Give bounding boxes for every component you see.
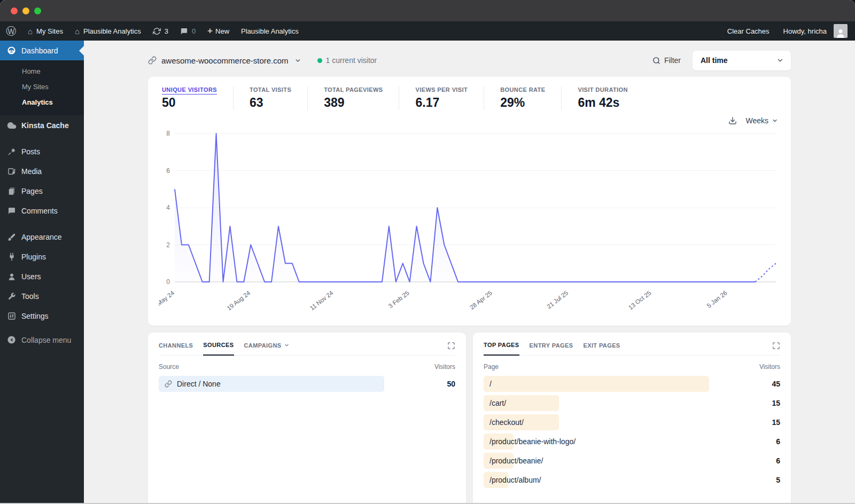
svg-text:11 Nov 24: 11 Nov 24 [309,289,335,312]
download-icon[interactable] [728,116,737,125]
dashboard-submenu: Home My Sites Analytics [0,60,84,115]
tab-sources[interactable]: Sources [203,342,234,356]
zoom-window-button[interactable] [34,7,41,14]
online-dot-icon [317,58,322,63]
chevron-down-icon [776,57,784,64]
sidebar-item-pages[interactable]: Pages [0,181,84,201]
current-visitors[interactable]: 1 current visitor [317,56,377,65]
page-row[interactable]: /product/album/ 5 [484,472,780,488]
tab-exit-pages[interactable]: Exit pages [583,342,620,355]
sidebar-item-posts[interactable]: Posts [0,141,84,161]
chevron-down-icon [772,117,778,124]
visitors-col-header: Visitors [759,363,780,371]
minimize-window-button[interactable] [22,7,29,14]
sidebar-item-appearance[interactable]: Appearance [0,227,84,247]
plug-icon [6,251,17,262]
expand-icon[interactable] [447,342,455,355]
svg-text:19 Aug 24: 19 Aug 24 [226,289,252,312]
media-icon [6,166,17,176]
sidebar-item-users[interactable]: Users [0,266,84,286]
new-content-menu[interactable]: + New [201,21,235,41]
sidebar-item-kinsta-cache[interactable]: Kinsta Cache [0,115,84,135]
pushpin-icon [6,146,17,156]
chevron-down-icon [284,342,290,348]
dashboard-gauge-icon [6,45,17,56]
collapse-menu-button[interactable]: Collapse menu [0,330,84,350]
updates-icon [153,27,161,35]
page-row[interactable]: /product/beanie-with-logo/ 6 [484,434,780,450]
sidebar-item-analytics[interactable]: Analytics [0,94,84,110]
home-icon: ⌂ [75,27,80,35]
filter-button[interactable]: Filter [652,56,681,65]
user-icon [6,271,17,281]
sidebar-item-media[interactable]: Media [0,161,84,181]
stat-unique-visitors[interactable]: Unique visitors 50 [159,86,233,110]
tab-entry-pages[interactable]: Entry pages [530,342,573,355]
expand-icon[interactable] [772,342,780,355]
comments-bubble-icon [180,27,188,35]
sidebar-item-tools[interactable]: Tools [0,286,84,306]
sidebar-item-settings[interactable]: Settings [0,306,84,326]
page-row[interactable]: /cart/ 15 [484,395,780,411]
sidebar-item-comments[interactable]: Comments [0,201,84,220]
page-row[interactable]: / 45 [484,376,780,392]
analytics-toolbar: awesome-woocommerce-store.com 1 current … [148,41,791,77]
collapse-arrow-icon [6,335,17,345]
svg-text:8: 8 [166,130,170,137]
svg-text:21 Jul 25: 21 Jul 25 [546,289,569,310]
svg-text:6: 6 [166,167,170,175]
comments-menu[interactable]: 0 [174,21,201,41]
sidebar-item-my-sites[interactable]: My Sites [0,79,84,94]
sliders-icon [6,311,17,321]
wrench-icon [6,291,17,301]
svg-text:4: 4 [166,204,170,211]
site-home-menu[interactable]: ⌂ Plausible Analytics [69,21,147,41]
tab-channels[interactable]: Channels [159,342,193,355]
comment-icon [6,206,17,216]
pages-panel: Top pages Entry pages Exit pages Page Vi… [473,333,791,504]
close-window-button[interactable] [11,7,18,14]
tab-top-pages[interactable]: Top pages [484,342,519,356]
app-window: Ⓦ ⌂ My Sites ⌂ Plausible Analytics 3 0 +… [0,0,855,504]
account-menu[interactable]: Howdy, hricha [778,21,848,41]
top-stats: Unique visitors 50 Total visits 63 Total… [159,84,780,115]
svg-text:28 Apr 25: 28 Apr 25 [469,289,493,311]
stat-total-pageviews[interactable]: Total pageviews 389 [307,86,399,110]
link-icon [165,380,172,388]
wp-logo-menu[interactable]: Ⓦ [0,21,22,41]
wordpress-logo-icon: Ⓦ [6,26,16,36]
site-domain: awesome-woocommerce-store.com [161,56,289,65]
stat-total-visits[interactable]: Total visits 63 [233,86,307,110]
svg-text:0: 0 [166,278,170,286]
analytics-content: awesome-woocommerce-store.com 1 current … [84,41,855,504]
plus-icon: + [207,26,213,36]
visitors-line-chart[interactable]: 0246831 May 2419 Aug 2411 Nov 243 Feb 25… [159,125,780,320]
stat-views-per-visit[interactable]: Views per visit 6.17 [399,86,484,110]
sidebar-item-home[interactable]: Home [0,64,84,79]
stat-bounce-rate[interactable]: Bounce rate 29% [484,86,561,110]
site-switcher[interactable]: awesome-woocommerce-store.com [148,56,301,65]
search-icon [652,57,660,65]
page-row[interactable]: /checkout/ 15 [484,414,780,430]
interval-select[interactable]: Weeks [745,116,778,125]
clear-caches-button[interactable]: Clear Caches [721,21,775,41]
date-range-select[interactable]: All time [693,51,791,70]
plausible-analytics-shortcut[interactable]: Plausible Analytics [235,21,305,41]
page-row[interactable]: /product/beanie/ 6 [484,453,780,469]
sources-col-header: Source [159,363,179,371]
stat-visit-duration[interactable]: Visit duration 6m 42s [561,86,643,110]
tab-campaigns[interactable]: Campaigns [244,342,290,355]
brush-icon [6,232,17,242]
chevron-down-icon [294,57,301,64]
source-row[interactable]: Direct / None 50 [159,376,455,392]
svg-text:5 Jan 26: 5 Jan 26 [706,289,728,309]
sources-panel: Channels Sources Campaigns [148,333,466,504]
sidebar-item-dashboard[interactable]: Dashboard [0,41,84,60]
wp-admin-bar: Ⓦ ⌂ My Sites ⌂ Plausible Analytics 3 0 +… [0,21,855,41]
pages-icon [6,186,17,196]
svg-text:13 Oct 25: 13 Oct 25 [627,289,652,311]
sidebar-item-plugins[interactable]: Plugins [0,247,84,266]
my-sites-menu[interactable]: ⌂ My Sites [22,21,69,41]
updates-menu[interactable]: 3 [147,21,174,41]
wp-sidebar-menu: Dashboard Home My Sites Analytics Kinsta… [0,41,84,504]
